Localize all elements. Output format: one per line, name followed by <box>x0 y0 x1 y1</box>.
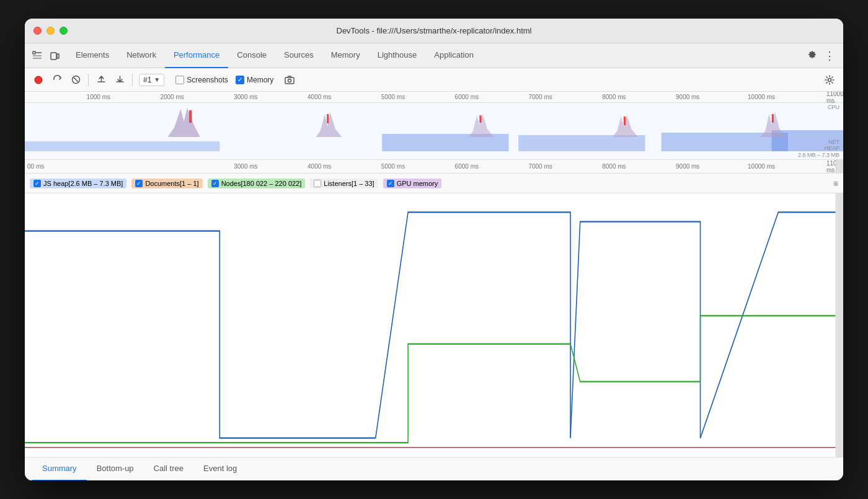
svg-rect-25 <box>624 117 626 125</box>
ruler-4000: 4000 ms <box>308 163 331 170</box>
tab-event-log[interactable]: Event log <box>193 457 247 481</box>
reload-record-button[interactable] <box>48 71 66 89</box>
clear-button[interactable] <box>67 71 84 89</box>
ruler-0: 00 ms <box>27 163 44 170</box>
devtools-window: DevTools - file:///Users/stmarthe/x-repl… <box>25 19 843 480</box>
svg-point-10 <box>288 79 291 82</box>
legend-gpu[interactable]: ✓ GPU memory <box>383 179 442 188</box>
memory-label: Memory <box>247 76 273 84</box>
tab-call-tree[interactable]: Call tree <box>144 457 193 481</box>
minimize-button[interactable] <box>46 27 55 35</box>
tab-application[interactable]: Application <box>425 43 482 68</box>
svg-rect-30 <box>835 193 843 457</box>
js-heap-checkbox[interactable]: ✓ <box>33 180 41 187</box>
documents-label: Documents[1 – 1] <box>145 180 198 187</box>
ruler-3000: 3000 ms <box>234 163 257 170</box>
svg-rect-23 <box>479 115 481 123</box>
performance-settings-icon[interactable] <box>821 71 838 89</box>
overview-timescale: 1000 ms 2000 ms 3000 ms 4000 ms 5000 ms … <box>25 92 843 103</box>
listeners-checkbox[interactable] <box>314 180 321 187</box>
screenshots-checkbox-label[interactable]: Screenshots <box>175 76 228 84</box>
tab-elements[interactable]: Elements <box>67 43 118 68</box>
tab-console[interactable]: Console <box>228 43 275 68</box>
legend-listeners[interactable]: Listeners[1 – 33] <box>310 179 378 188</box>
device-icon[interactable] <box>47 48 62 63</box>
close-button[interactable] <box>33 27 42 35</box>
memory-section: ✓ JS heap[2.6 MB – 7.3 MB] ✓ Documents[1… <box>25 174 843 457</box>
performance-toolbar: #1 ▼ Screenshots ✓ Memory <box>25 68 843 92</box>
net-heap-label: NETHEAP2.6 MB – 7.3 MB <box>798 139 839 159</box>
ruler-5000: 5000 ms <box>381 163 405 170</box>
ruler-6000: 6000 ms <box>455 163 479 170</box>
timeline-ruler: 00 ms 3000 ms 4000 ms 5000 ms 6000 ms 70… <box>25 160 843 174</box>
screenshots-checkbox[interactable] <box>175 76 184 84</box>
scrollbar-indicator[interactable] <box>836 160 843 173</box>
documents-checkbox[interactable]: ✓ <box>135 180 143 187</box>
maximize-button[interactable] <box>60 27 68 35</box>
legend-js-heap[interactable]: ✓ JS heap[2.6 MB – 7.3 MB] <box>30 179 126 188</box>
tab-bar: Elements Network Performance Console Sou… <box>25 43 843 68</box>
separator-2 <box>132 74 133 86</box>
listeners-label: Listeners[1 – 33] <box>324 180 374 187</box>
tab-memory[interactable]: Memory <box>322 43 369 68</box>
upload-button[interactable] <box>92 71 110 89</box>
gpu-label: GPU memory <box>397 180 438 187</box>
ruler-9000: 9000 ms <box>676 163 699 170</box>
ts-7000: 7000 ms <box>528 94 552 100</box>
more-options-icon[interactable]: ⋮ <box>821 47 838 64</box>
ruler-7000: 7000 ms <box>528 163 552 170</box>
gpu-checkbox[interactable]: ✓ <box>387 180 394 187</box>
ruler-8000: 8000 ms <box>602 163 626 170</box>
svg-rect-13 <box>25 141 219 151</box>
settings-icon[interactable] <box>804 47 821 64</box>
separator-1 <box>88 74 89 86</box>
ts-1000: 1000 ms <box>87 94 110 100</box>
inspect-icon[interactable] <box>30 48 45 63</box>
ts-4000: 4000 ms <box>308 94 331 100</box>
screenshots-label: Screenshots <box>187 76 228 84</box>
overview-panel: 1000 ms 2000 ms 3000 ms 4000 ms 5000 ms … <box>25 92 843 160</box>
svg-rect-4 <box>51 53 56 60</box>
ts-2000: 2000 ms <box>160 94 184 100</box>
recording-name: #1 <box>143 76 151 84</box>
tab-summary[interactable]: Summary <box>32 457 87 481</box>
memory-chart-svg <box>25 193 843 457</box>
camera-icon[interactable] <box>281 71 298 89</box>
memory-checkbox-label[interactable]: ✓ Memory <box>236 76 273 84</box>
svg-rect-9 <box>285 77 294 84</box>
download-button[interactable] <box>111 71 128 89</box>
svg-rect-21 <box>327 114 329 123</box>
svg-rect-15 <box>518 135 645 151</box>
tab-performance[interactable]: Performance <box>165 43 228 68</box>
svg-rect-12 <box>25 103 843 160</box>
toolbar-checkboxes: Screenshots ✓ Memory <box>175 71 298 89</box>
title-bar: DevTools - file:///Users/stmarthe/x-repl… <box>25 19 843 43</box>
nodes-label: Nodes[180 022 – 220 022] <box>221 180 302 187</box>
svg-rect-28 <box>25 193 843 457</box>
ruler-10000: 10000 ms <box>748 163 775 170</box>
legend-nodes[interactable]: ✓ Nodes[180 022 – 220 022] <box>208 179 306 188</box>
tab-network[interactable]: Network <box>118 43 165 68</box>
legend-menu-icon[interactable]: ≡ <box>833 179 838 188</box>
svg-point-11 <box>828 78 831 81</box>
recording-selector[interactable]: #1 ▼ <box>139 74 164 86</box>
ts-11000: 11000 ms <box>826 92 843 104</box>
ts-6000: 6000 ms <box>455 94 479 100</box>
nodes-checkbox[interactable]: ✓ <box>211 180 219 187</box>
memory-checkbox[interactable]: ✓ <box>236 76 244 84</box>
tab-bottom-up[interactable]: Bottom-up <box>87 457 144 481</box>
tab-lighthouse[interactable]: Lighthouse <box>369 43 426 68</box>
svg-rect-19 <box>189 110 192 123</box>
traffic-lights <box>33 27 68 35</box>
tab-sources[interactable]: Sources <box>275 43 322 68</box>
ts-3000: 3000 ms <box>234 94 257 100</box>
record-button[interactable] <box>30 71 47 89</box>
overview-canvas[interactable]: CPU NETHEAP2.6 MB – 7.3 MB <box>25 103 843 160</box>
memory-chart-area <box>25 193 843 457</box>
memory-legend: ✓ JS heap[2.6 MB – 7.3 MB] ✓ Documents[1… <box>25 174 843 193</box>
legend-documents[interactable]: ✓ Documents[1 – 1] <box>131 179 202 188</box>
cpu-label: CPU <box>828 104 839 110</box>
bottom-tabs: Summary Bottom-up Call tree Event log <box>25 457 843 480</box>
svg-rect-0 <box>33 51 35 54</box>
js-heap-label: JS heap[2.6 MB – 7.3 MB] <box>43 180 123 187</box>
